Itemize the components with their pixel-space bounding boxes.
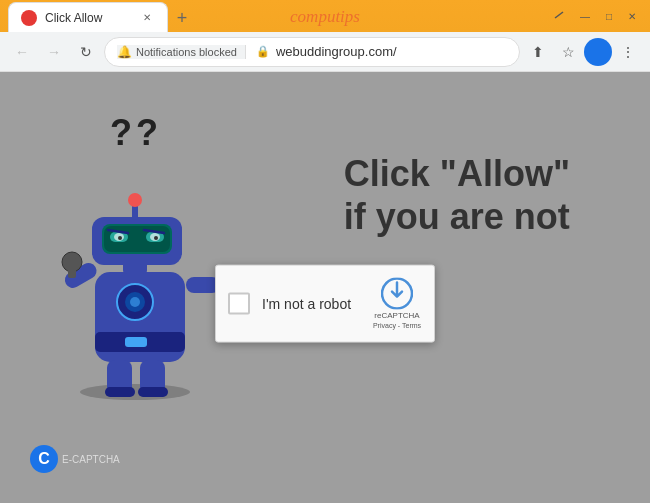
ecaptcha-c-logo: C [30, 445, 58, 473]
toolbar-actions: ⬆ ☆ ⋮ [524, 38, 642, 66]
recaptcha-widget[interactable]: I'm not a robot reCAPTCHA Privacy - Term… [215, 264, 435, 342]
svg-point-15 [118, 236, 122, 240]
browser-window: Click Allow ✕ + computips — □ ✕ ← → ↻ 🔔 … [0, 0, 650, 503]
svg-rect-26 [105, 387, 135, 397]
overlay-text: Click "Allow" if you are not [344, 152, 570, 238]
svg-point-20 [128, 193, 142, 207]
tab-title: Click Allow [45, 11, 131, 25]
ecaptcha-logo: C E-CAPTCHA [30, 445, 120, 473]
address-bar[interactable]: 🔔 Notifications blocked 🔒 webuddingroup.… [104, 37, 520, 67]
bookmark-button[interactable]: ☆ [554, 38, 582, 66]
window-maximize-button[interactable]: □ [600, 9, 618, 24]
forward-button[interactable]: → [40, 38, 68, 66]
overlay-line2: if you are not [344, 195, 570, 238]
toolbar: ← → ↻ 🔔 Notifications blocked 🔒 webuddin… [0, 32, 650, 72]
title-bar: Click Allow ✕ + computips — □ ✕ [0, 0, 650, 32]
url-text: webuddingroup.com/ [276, 44, 397, 59]
svg-point-29 [130, 297, 140, 307]
lock-icon: 🔒 [256, 45, 270, 58]
robot-svg [50, 162, 220, 402]
window-close-button[interactable]: ✕ [622, 9, 642, 24]
recaptcha-brand-name: reCAPTCHA [374, 310, 419, 321]
recaptcha-branding: reCAPTCHA Privacy - Terms [372, 278, 422, 328]
ecaptcha-label: E-CAPTCHA [62, 454, 120, 465]
recaptcha-terms-link[interactable]: Terms [402, 321, 421, 328]
tab-strip: Click Allow ✕ + [8, 0, 540, 32]
window-controls: — □ ✕ [548, 8, 642, 24]
robot-illustration: ?? [30, 102, 250, 422]
recaptcha-links: Privacy - Terms [373, 321, 421, 328]
tab-close-button[interactable]: ✕ [139, 10, 155, 26]
window-minimize-button[interactable]: — [574, 9, 596, 24]
svg-point-16 [154, 236, 158, 240]
page-content: ?? [0, 72, 650, 503]
tab-favicon [21, 10, 37, 26]
bell-icon: 🔔 [117, 45, 132, 59]
reload-button[interactable]: ↻ [72, 38, 100, 66]
active-tab[interactable]: Click Allow ✕ [8, 2, 168, 32]
profile-button[interactable] [584, 38, 612, 66]
svg-rect-23 [68, 258, 76, 278]
recaptcha-logo-icon [381, 278, 413, 310]
recaptcha-privacy-link[interactable]: Privacy [373, 321, 396, 328]
question-marks: ?? [110, 112, 162, 154]
share-button[interactable]: ⬆ [524, 38, 552, 66]
window-collapse-button[interactable] [548, 8, 570, 24]
recaptcha-checkbox-area: I'm not a robot [228, 292, 372, 314]
notifications-text: Notifications blocked [136, 46, 237, 58]
svg-rect-28 [138, 387, 168, 397]
new-tab-button[interactable]: + [168, 4, 196, 32]
recaptcha-checkbox[interactable] [228, 292, 250, 314]
back-button[interactable]: ← [8, 38, 36, 66]
recaptcha-label: I'm not a robot [262, 295, 351, 311]
overlay-line1: Click "Allow" [344, 152, 570, 195]
menu-button[interactable]: ⋮ [614, 38, 642, 66]
svg-rect-4 [125, 337, 147, 347]
svg-line-0 [555, 12, 563, 18]
notifications-blocked-badge[interactable]: 🔔 Notifications blocked [117, 45, 246, 59]
